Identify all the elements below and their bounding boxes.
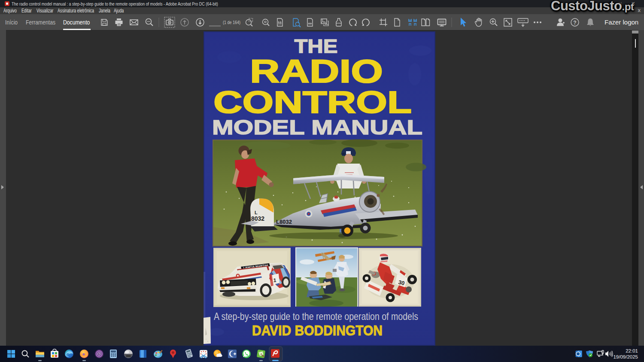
svg-text:(1 de 164): (1 de 164) xyxy=(223,20,240,25)
svg-text:DAVID BODDINGTON: DAVID BODDINGTON xyxy=(252,322,383,338)
svg-text:8032: 8032 xyxy=(251,215,264,222)
svg-text:1: 1 xyxy=(273,277,276,283)
svg-text:A step-by-step guide to the re: A step-by-step guide to the remote opera… xyxy=(214,310,418,322)
svg-text:CONTROL: CONTROL xyxy=(213,85,412,119)
svg-text:L: L xyxy=(255,210,258,215)
svg-text:MODEL MANUAL: MODEL MANUAL xyxy=(212,116,422,139)
svg-text:L8032: L8032 xyxy=(276,219,292,225)
svg-text:?: ? xyxy=(573,20,576,26)
svg-text:RADIO: RADIO xyxy=(250,53,383,89)
